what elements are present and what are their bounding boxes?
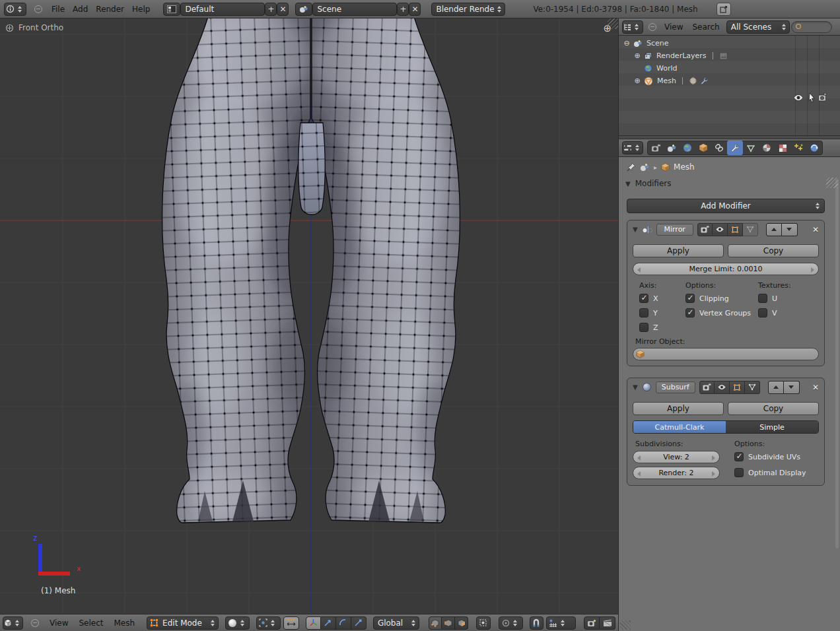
delete-modifier-icon[interactable]: ✕ [812,225,819,234]
render-visibility-toggle[interactable] [697,223,713,236]
delete-modifier-icon[interactable]: ✕ [812,383,819,392]
editor-type-selector[interactable] [622,141,643,154]
menu-select[interactable]: Select [75,614,107,631]
checkbox[interactable] [639,323,648,332]
checkbox[interactable] [758,308,767,317]
add-scene-button[interactable]: + [397,3,409,16]
selectability-cursor-icon[interactable] [806,92,817,103]
tab-particles[interactable] [790,141,806,155]
collapse-menus-icon[interactable] [648,23,656,31]
clipping-checkbox[interactable]: Clipping [685,294,729,303]
limit-selection-visible-button[interactable] [476,616,490,630]
view-subdivisions-slider[interactable]: View: 2 [633,451,720,463]
move-modifier-up-button[interactable] [766,223,782,236]
increase-arrow-icon[interactable] [811,267,814,273]
render-engine-select[interactable]: Blender Render [431,3,505,16]
move-modifier-down-button[interactable] [782,223,798,236]
render-visibility-toggle[interactable] [699,381,715,394]
viewport-shading-select[interactable] [225,616,250,630]
merge-limit-slider[interactable]: Merge Limit: 0.0010 [633,263,819,275]
scene-icon[interactable] [640,163,650,172]
scene-field[interactable]: Scene [312,3,397,16]
viewport-visibility-toggle[interactable] [713,223,728,236]
checkbox[interactable] [734,468,744,477]
manipulator-scale-button[interactable] [351,616,367,630]
screen-layout-browse-button[interactable] [163,3,180,16]
pivot-point-select[interactable] [256,616,281,630]
tab-texture[interactable] [775,141,790,155]
add-modifier-button[interactable]: Add Modifier [627,199,825,213]
axis-x-checkbox[interactable]: X [639,294,658,303]
mirror-object-field[interactable] [633,348,819,360]
modifier-name-field[interactable]: Subsurf [656,382,695,393]
texture-u-checkbox[interactable]: U [758,294,777,303]
apply-button[interactable]: Apply [633,402,724,415]
menu-view[interactable]: View [660,18,687,36]
tree-row-mesh[interactable]: ⊕ Mesh [633,75,709,87]
edge-select-button[interactable] [442,616,455,630]
expand-icon[interactable]: ⊕ [633,77,641,85]
tab-material[interactable] [759,141,775,155]
decrease-arrow-icon[interactable] [637,471,641,477]
manipulator-translate-button[interactable] [321,616,336,630]
expand-icon[interactable]: ⊕ [633,51,641,60]
tab-render[interactable] [648,141,664,155]
breadcrumb-object-name[interactable]: Mesh [674,162,695,172]
outliner-filter-select[interactable]: All Scenes [726,20,790,34]
tab-modifiers[interactable] [727,141,743,155]
texture-v-checkbox[interactable]: V [758,308,777,317]
modifier-name-field[interactable]: Mirror [656,224,693,236]
transform-orientation-select[interactable]: Global [373,616,419,630]
checkbox[interactable] [639,294,648,303]
editor-type-selector[interactable] [4,3,26,16]
collapse-icon[interactable]: ▼ [633,226,638,233]
window-duplicate-button[interactable] [717,3,731,16]
menu-add[interactable]: Add [69,1,92,18]
menu-help[interactable]: Help [128,1,154,18]
move-modifier-up-button[interactable] [768,381,784,394]
decrease-arrow-icon[interactable] [637,455,641,461]
properties-scrollbar[interactable] [835,179,839,548]
tab-render-layers[interactable] [664,141,680,155]
menu-view[interactable]: View [46,614,72,631]
panel-resize-grip[interactable] [620,620,631,630]
proportional-edit-select[interactable] [499,616,523,630]
face-select-button[interactable] [455,616,468,630]
collapse-icon[interactable]: ⊖ [623,39,631,48]
menu-render[interactable]: Render [92,1,128,18]
tab-constraints[interactable] [711,141,727,155]
editor-type-selector[interactable] [622,20,643,34]
simple-option[interactable]: Simple [726,421,818,433]
manipulator-rotate-button[interactable] [336,616,351,630]
menu-search[interactable]: Search [688,18,723,36]
move-modifier-down-button[interactable] [784,381,800,394]
add-layout-button[interactable]: + [265,3,277,16]
manipulator-axes-button[interactable] [306,616,321,630]
snap-toggle-button[interactable] [530,616,543,630]
collapse-menus-icon[interactable] [31,619,39,627]
menu-mesh[interactable]: Mesh [110,614,139,631]
tab-object[interactable] [695,141,711,155]
checkbox[interactable] [685,294,695,303]
tab-physics[interactable] [806,141,822,155]
render-image-button[interactable] [584,616,600,630]
increase-arrow-icon[interactable] [712,471,715,477]
snap-element-select[interactable] [546,616,576,630]
checkbox[interactable] [685,308,695,317]
cage-display-toggle[interactable] [743,223,758,236]
tree-row-scene[interactable]: ⊖ Scene [623,37,669,50]
viewport-visibility-toggle[interactable] [715,381,730,394]
tree-row-world[interactable]: World [644,62,678,75]
increase-arrow-icon[interactable] [712,455,715,461]
vertex-groups-checkbox[interactable]: Vertex Groups [685,308,751,317]
copy-button[interactable]: Copy [728,244,819,257]
checkbox[interactable] [734,452,744,461]
copy-button[interactable]: Copy [728,402,819,415]
render-animation-button[interactable] [600,616,615,630]
3d-viewport[interactable]: Front Ortho ⊕ z x (1) Mesh [0,18,618,614]
checkbox[interactable] [758,294,767,303]
axis-y-checkbox[interactable]: Y [639,308,658,317]
editmode-display-toggle[interactable] [730,381,745,394]
vertex-select-button[interactable] [429,616,442,630]
open-properties-shelf-icon[interactable]: ⊕ [603,22,612,34]
